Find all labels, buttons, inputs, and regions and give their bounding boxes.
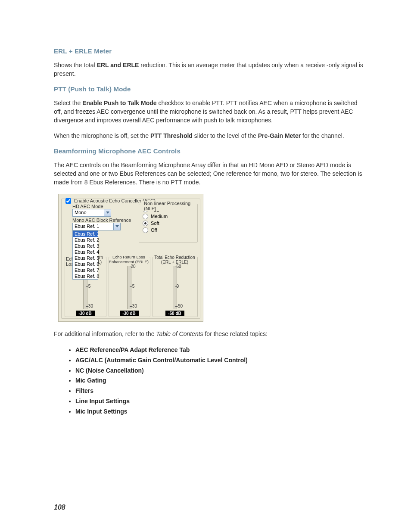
text-bold: ERL and ERLE bbox=[97, 62, 139, 68]
erl-meter-value: -30 dB bbox=[76, 311, 95, 316]
meter-tick: 50 bbox=[177, 264, 190, 269]
nlp-group: Non-linear Processing (NLP) Aggressive M… bbox=[139, 204, 198, 243]
meter-track: 20 -5 -30 bbox=[127, 266, 131, 309]
page-number: 108 bbox=[54, 504, 65, 511]
nlp-option-label: Soft bbox=[151, 221, 159, 226]
text: for the channel. bbox=[301, 132, 344, 139]
dropdown-option[interactable]: Ebus Ref. 7 bbox=[73, 267, 98, 273]
dropdown-option[interactable]: Ebus Ref. 1 bbox=[73, 231, 98, 237]
paragraph-beamforming: The AEC controls on the Beamforming Micr… bbox=[54, 161, 364, 187]
total-meter-title: Total Echo Reduction (ERL + ERLE) bbox=[153, 255, 197, 265]
list-item: AGC/ALC (Automatic Gain Control/Automati… bbox=[75, 355, 364, 366]
meter-track: 50 0 -50 bbox=[173, 266, 177, 309]
dropdown-option[interactable]: Ebus Ref. 3 bbox=[73, 243, 98, 249]
nlp-group-label: Non-linear Processing (NLP) bbox=[143, 201, 197, 211]
text: When the microphone is off, set the bbox=[54, 132, 150, 139]
paragraph-additional-info: For additional information, refer to the… bbox=[54, 330, 364, 338]
text-bold: PTT Threshold bbox=[150, 132, 193, 139]
heading-erl-erle-meter: ERL + ERLE Meter bbox=[54, 47, 364, 55]
text-italic: Table of Contents bbox=[156, 330, 203, 337]
hd-aec-mode-value: Mono bbox=[75, 210, 87, 215]
heading-beamforming: Beamforming Microphone AEC Controls bbox=[54, 147, 364, 155]
aec-block-ref-dropdown[interactable]: Ebus Ref. 1 Ebus Ref. 2 Ebus Ref. 3 Ebus… bbox=[72, 230, 98, 280]
text: Select the bbox=[54, 100, 82, 106]
meter-tick: -30 bbox=[131, 304, 144, 308]
aec-panel: Enable Acoustic Echo Canceller (AEC) HD … bbox=[58, 194, 203, 322]
text-bold: Pre-Gain Meter bbox=[258, 132, 301, 139]
heading-ptt-mode: PTT (Push to Talk) Mode bbox=[54, 85, 364, 93]
list-item: Filters bbox=[75, 386, 364, 396]
erle-meter-title: Echo Return Loss Enhancement (ERLE) bbox=[109, 255, 149, 265]
text: slider to the level of the bbox=[193, 132, 258, 139]
radio-icon bbox=[143, 227, 148, 233]
nlp-option-label: Medium bbox=[151, 214, 168, 219]
total-meter-value: -50 dB bbox=[165, 311, 184, 316]
text: For additional information, refer to the bbox=[54, 330, 156, 337]
paragraph-ptt-2: When the microphone is off, set the PTT … bbox=[54, 131, 364, 140]
text: Shows the total bbox=[54, 62, 97, 68]
meter-tick: -50 bbox=[177, 304, 190, 308]
dropdown-option[interactable]: Ebus Ref. 4 bbox=[73, 249, 98, 255]
meter-tick: 20 bbox=[131, 264, 144, 269]
aec-block-ref-value: Ebus Ref. 1 bbox=[75, 224, 99, 229]
meter-tick: -5 bbox=[87, 284, 100, 289]
nlp-option-soft[interactable]: Soft bbox=[143, 221, 197, 226]
paragraph-erl-erle: Shows the total ERL and ERLE reduction. … bbox=[54, 61, 364, 78]
radio-icon bbox=[143, 214, 148, 219]
list-item: Line Input Settings bbox=[75, 396, 364, 407]
related-topics-list: AEC Reference/PA Adapt Reference Tab AGC… bbox=[71, 345, 364, 417]
aec-block-ref-select[interactable]: Ebus Ref. 1 bbox=[72, 223, 121, 230]
list-item: Mic Gating bbox=[75, 376, 364, 386]
hd-aec-mode-select[interactable]: Mono bbox=[72, 209, 111, 217]
erle-meter: Echo Return Loss Enhancement (ERLE) 20 -… bbox=[109, 255, 149, 316]
hd-aec-mode-label: HD AEC Mode bbox=[72, 204, 103, 209]
list-item: NC (Noise Cancellation) bbox=[75, 366, 364, 376]
aec-block-ref-label: Mono AEC Block Reference bbox=[72, 218, 131, 223]
dropdown-option[interactable]: Ebus Ref. 2 bbox=[73, 237, 98, 243]
enable-aec-input[interactable] bbox=[65, 198, 71, 204]
chevron-down-icon bbox=[113, 223, 120, 230]
dropdown-option[interactable]: Ebus Ref. 8 bbox=[73, 273, 98, 279]
list-item: Mic Input Settings bbox=[75, 407, 364, 417]
erle-meter-value: -30 dB bbox=[120, 311, 139, 316]
radio-icon bbox=[143, 221, 148, 226]
paragraph-ptt-1: Select the Enable Push to Talk Mode chec… bbox=[54, 99, 364, 125]
list-item: AEC Reference/PA Adapt Reference Tab bbox=[75, 345, 364, 355]
meter-tick: -5 bbox=[131, 284, 144, 289]
text-bold: Enable Push to Talk Mode bbox=[82, 100, 156, 106]
chevron-down-icon bbox=[104, 209, 111, 216]
nlp-option-label: Off bbox=[151, 227, 157, 233]
nlp-option-medium[interactable]: Medium bbox=[143, 214, 197, 219]
dropdown-option[interactable]: Ebus Ref. 6 bbox=[73, 261, 98, 267]
nlp-option-off[interactable]: Off bbox=[143, 227, 197, 233]
dropdown-option[interactable]: Ebus Ref. 5 bbox=[73, 255, 98, 261]
meter-tick: 0 bbox=[177, 284, 190, 289]
text: for these related topics: bbox=[203, 330, 268, 337]
total-echo-reduction-meter: Total Echo Reduction (ERL + ERLE) 50 0 -… bbox=[153, 255, 197, 316]
meter-tick: -30 bbox=[87, 304, 100, 308]
